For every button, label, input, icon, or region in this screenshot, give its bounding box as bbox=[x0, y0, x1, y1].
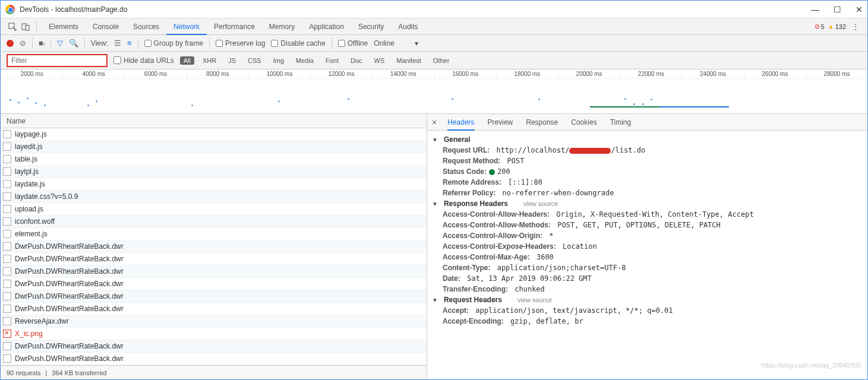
tab-sources[interactable]: Sources bbox=[126, 18, 166, 35]
inspect-icon[interactable] bbox=[7, 18, 18, 35]
search-icon[interactable]: 🔍 bbox=[69, 39, 78, 48]
collapse-icon[interactable]: ▼ bbox=[432, 297, 438, 303]
network-toolbar: ⊘ ■ᵢ ▽ 🔍 View: ☰ ≡ Group by frame Preser… bbox=[1, 35, 867, 52]
request-row[interactable]: table.js bbox=[1, 153, 427, 166]
file-icon bbox=[3, 267, 11, 276]
detail-tab-cookies[interactable]: Cookies bbox=[571, 114, 596, 131]
split-view: Name laypage.jslayedit.jstable.jslaytpl.… bbox=[1, 114, 867, 379]
request-row[interactable]: DwrPush.DWRheartRateBack.dwr bbox=[1, 240, 427, 253]
request-row[interactable]: DwrPush.DWRheartRateBack.dwr bbox=[1, 353, 427, 365]
request-name: DwrPush.DWRheartRateBack.dwr bbox=[15, 267, 124, 276]
request-row[interactable]: laydate.css?v=5.0.9 bbox=[1, 191, 427, 203]
filter-type-all[interactable]: All bbox=[180, 56, 194, 65]
request-row[interactable]: DwrPush.DWRheartRateBack.dwr bbox=[1, 253, 427, 265]
name-column-header[interactable]: Name bbox=[1, 114, 427, 128]
file-icon bbox=[3, 342, 11, 350]
throttling-dropdown[interactable]: Online▾ bbox=[374, 39, 418, 48]
request-list[interactable]: laypage.jslayedit.jstable.jslaytpl.jslay… bbox=[1, 128, 427, 365]
timeline-overview[interactable]: 2000 ms4000 ms6000 ms8000 ms10000 ms1200… bbox=[1, 69, 867, 114]
collapse-icon[interactable]: ▼ bbox=[432, 201, 438, 207]
filter-type-doc[interactable]: Doc bbox=[347, 56, 366, 65]
request-row[interactable]: laypage.js bbox=[1, 128, 427, 141]
error-count[interactable]: 5 bbox=[815, 23, 825, 30]
section-header[interactable]: ▼General bbox=[427, 134, 867, 145]
camera-icon[interactable]: ■ᵢ bbox=[39, 39, 45, 48]
request-row[interactable]: DwrPush.DWRheartRateBack.dwr bbox=[1, 340, 427, 353]
request-row[interactable]: DwrPush.DWRheartRateBack.dwr bbox=[1, 290, 427, 303]
filter-type-manifest[interactable]: Manifest bbox=[393, 56, 425, 65]
request-name: laydate.js bbox=[15, 180, 45, 188]
view-source-link[interactable]: view source bbox=[517, 296, 552, 303]
hide-data-urls-checkbox[interactable]: Hide data URLs bbox=[113, 56, 174, 65]
header-entry: Transfer-Encoding: chunked bbox=[427, 284, 867, 294]
filter-type-xhr[interactable]: XHR bbox=[199, 56, 220, 65]
maximize-button[interactable]: ☐ bbox=[834, 5, 841, 14]
minimize-button[interactable]: — bbox=[811, 5, 819, 14]
request-row[interactable]: iconfont.woff bbox=[1, 216, 427, 228]
header-entry: Access-Control-Expose-Headers: Location bbox=[427, 241, 867, 252]
file-icon bbox=[3, 330, 11, 338]
offline-checkbox[interactable]: Offline bbox=[338, 39, 368, 48]
detail-tab-headers[interactable]: Headers bbox=[447, 114, 474, 131]
headers-body[interactable]: ▼GeneralRequest URL: http://localhost//l… bbox=[427, 131, 867, 379]
clear-button[interactable]: ⊘ bbox=[20, 39, 26, 48]
kebab-menu-icon[interactable]: ⋮ bbox=[850, 23, 861, 31]
record-button[interactable] bbox=[7, 40, 14, 47]
request-name: DwrPush.DWRheartRateBack.dwr bbox=[15, 255, 124, 263]
section-header[interactable]: ▼Response Headersview source bbox=[427, 198, 867, 209]
preserve-log-checkbox[interactable]: Preserve log bbox=[216, 39, 265, 48]
watermark: https://blog.csdn.net/qq_20042935 bbox=[761, 362, 861, 369]
disable-cache-checkbox[interactable]: Disable cache bbox=[271, 39, 325, 48]
tab-memory[interactable]: Memory bbox=[262, 18, 302, 35]
section-header[interactable]: ▼Request Headersview source bbox=[427, 294, 867, 305]
view-source-link[interactable]: view source bbox=[523, 200, 558, 207]
request-row[interactable]: laydate.js bbox=[1, 178, 427, 191]
filter-type-media[interactable]: Media bbox=[292, 56, 317, 65]
status-dot-icon bbox=[489, 169, 495, 175]
close-detail-icon[interactable]: × bbox=[432, 118, 437, 127]
request-row[interactable]: laytpl.js bbox=[1, 166, 427, 178]
device-toggle-icon[interactable] bbox=[20, 18, 31, 35]
close-button[interactable]: ✕ bbox=[856, 5, 863, 14]
tab-elements[interactable]: Elements bbox=[42, 18, 86, 35]
detail-tab-response[interactable]: Response bbox=[526, 114, 558, 131]
request-row[interactable]: X_ic.png bbox=[1, 328, 427, 340]
filter-icon[interactable]: ▽ bbox=[57, 39, 63, 48]
request-name: DwrPush.DWRheartRateBack.dwr bbox=[15, 292, 124, 300]
filter-type-other[interactable]: Other bbox=[430, 56, 453, 65]
request-row[interactable]: upload.js bbox=[1, 203, 427, 216]
request-detail-pane: × HeadersPreviewResponseCookiesTiming ▼G… bbox=[427, 114, 867, 379]
file-icon bbox=[3, 280, 11, 288]
request-row[interactable]: layedit.js bbox=[1, 141, 427, 153]
request-row[interactable]: DwrPush.DWRheartRateBack.dwr bbox=[1, 278, 427, 290]
tab-console[interactable]: Console bbox=[86, 18, 126, 35]
filter-type-js[interactable]: JS bbox=[225, 56, 239, 65]
main-tabs: ElementsConsoleSourcesNetworkPerformance… bbox=[1, 18, 867, 35]
request-name: DwrPush.DWRheartRateBack.dwr bbox=[15, 280, 124, 288]
file-icon bbox=[3, 230, 11, 238]
tab-network[interactable]: Network bbox=[166, 18, 207, 35]
collapse-icon[interactable]: ▼ bbox=[432, 137, 438, 143]
tab-security[interactable]: Security bbox=[351, 18, 391, 35]
request-row[interactable]: DwrPush.DWRheartRateBack.dwr bbox=[1, 265, 427, 278]
file-icon bbox=[3, 305, 11, 313]
detail-tab-preview[interactable]: Preview bbox=[488, 114, 513, 131]
group-by-frame-checkbox[interactable]: Group by frame bbox=[144, 39, 203, 48]
request-row[interactable]: DwrPush.DWRheartRateBack.dwr bbox=[1, 303, 427, 315]
file-icon bbox=[3, 142, 11, 151]
tab-audits[interactable]: Audits bbox=[391, 18, 425, 35]
filter-type-ws[interactable]: WS bbox=[371, 56, 389, 65]
waterfall-icon[interactable]: ≡ bbox=[127, 39, 132, 48]
filter-type-img[interactable]: Img bbox=[270, 56, 288, 65]
request-row[interactable]: ReverseAjax.dwr bbox=[1, 315, 427, 328]
tab-application[interactable]: Application bbox=[302, 18, 351, 35]
filter-type-font[interactable]: Font bbox=[322, 56, 342, 65]
warning-count[interactable]: 132 bbox=[828, 23, 846, 30]
tab-performance[interactable]: Performance bbox=[207, 18, 262, 35]
request-row[interactable]: element.js bbox=[1, 228, 427, 240]
filter-type-css[interactable]: CSS bbox=[244, 56, 265, 65]
large-rows-icon[interactable]: ☰ bbox=[114, 39, 121, 48]
filter-input[interactable] bbox=[7, 54, 108, 67]
request-name: laydate.css?v=5.0.9 bbox=[15, 192, 78, 201]
detail-tab-timing[interactable]: Timing bbox=[610, 114, 632, 131]
